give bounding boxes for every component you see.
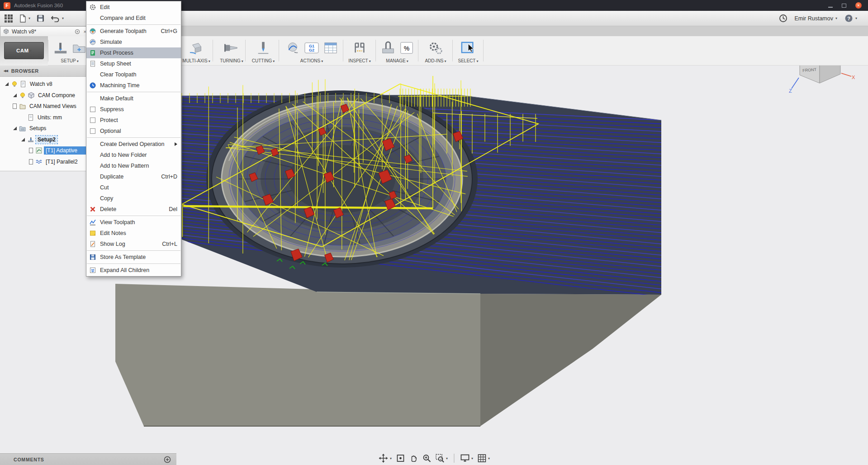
menu-item-suppress[interactable]: Suppress (86, 104, 181, 115)
inspect-caliper-icon[interactable] (352, 41, 367, 55)
menu-item-cut[interactable]: Cut (86, 182, 181, 193)
menu-item-clear-toolpath[interactable]: Clear Toolpath (86, 69, 181, 80)
look-at-button[interactable] (396, 454, 405, 463)
tree-item-setups[interactable]: Setups (0, 123, 90, 134)
menu-item-optional[interactable]: Optional (86, 126, 181, 136)
app-grid-button[interactable] (5, 14, 13, 23)
menu-item-expand-all-children[interactable]: Expand All Children (86, 265, 181, 276)
undo-button[interactable] (51, 15, 64, 22)
tree-item-units[interactable]: Units: mm (0, 112, 90, 123)
menu-item-setup-sheet[interactable]: Setup Sheet (86, 58, 181, 69)
zoom-window-button[interactable] (435, 454, 448, 463)
file-menu-button[interactable] (19, 14, 30, 23)
tree-item-watch-v8[interactable]: Watch v8 (0, 79, 90, 90)
menu-item-post-process[interactable]: Post Process (86, 47, 181, 58)
protect-checkbox[interactable] (89, 117, 98, 124)
help-button[interactable]: ? (844, 14, 857, 23)
menu-item-copy[interactable]: Copy (86, 193, 181, 204)
close-button[interactable]: × (855, 2, 862, 9)
add-ins-gears-icon[interactable] (428, 41, 443, 55)
zoom-button[interactable] (422, 454, 431, 463)
menu-item-machining-time[interactable]: Machining Time (86, 80, 181, 91)
menu-item-duplicate[interactable]: Duplicate Ctrl+D (86, 171, 181, 182)
menu-item-edit-notes[interactable]: Edit Notes (86, 228, 181, 239)
axis-z-label: Z (789, 88, 792, 94)
minimize-button[interactable] (828, 4, 833, 8)
expander-closed-icon[interactable] (28, 148, 34, 154)
expander-open-icon[interactable] (4, 81, 9, 87)
menu-item-generate-toolpath[interactable]: Generate Toolpath Ctrl+G (86, 26, 181, 37)
panel-label-setup[interactable]: SETUP (61, 58, 78, 65)
menu-item-add-to-new-pattern[interactable]: Add to New Pattern (86, 160, 181, 171)
tree-item-cam-components[interactable]: CAM Compone (0, 90, 90, 101)
menu-item-show-log[interactable]: Show Log Ctrl+L (86, 239, 181, 249)
notifications-clock-icon[interactable] (779, 14, 787, 23)
add-comment-icon[interactable] (164, 456, 171, 463)
document-tab[interactable]: Watch v8* × (0, 26, 90, 36)
menu-item-make-default[interactable]: Make Default (86, 93, 181, 104)
save-button[interactable] (37, 14, 44, 22)
ribbon-panel-inspect[interactable]: INSPECT (345, 38, 375, 65)
panel-label-add-ins[interactable]: ADD-INS (425, 58, 446, 65)
menu-item-store-as-template[interactable]: Store As Template (86, 252, 181, 263)
ribbon-panel-actions[interactable]: G1G2 ACTIONS (281, 38, 342, 65)
visibility-bulb-icon[interactable] (19, 92, 26, 99)
orbit-button[interactable] (378, 453, 392, 463)
user-account-button[interactable]: Emir Rustamov (795, 15, 837, 22)
ribbon-panel-multi-axis[interactable]: MULTI-AXIS (177, 38, 215, 65)
pan-button[interactable] (409, 454, 418, 463)
ribbon-panel-manage[interactable]: % MANAGE (377, 38, 417, 65)
turning-icon[interactable] (223, 41, 240, 55)
panel-label-cutting[interactable]: CUTTING (252, 58, 275, 65)
machining-time-icon (89, 82, 98, 89)
grid-layout-button[interactable] (477, 454, 490, 463)
expander-open-icon[interactable] (20, 136, 26, 142)
panel-label-turning[interactable]: TURNING (220, 58, 243, 65)
post-process-g1g2-icon[interactable]: G1G2 (304, 41, 320, 55)
comments-bar[interactable]: COMMENTS (0, 453, 176, 465)
menu-item-edit[interactable]: Edit (86, 2, 181, 13)
menu-item-add-to-new-folder[interactable]: Add to New Folder (86, 150, 181, 160)
optional-checkbox[interactable] (89, 127, 98, 135)
expander-open-icon[interactable] (12, 92, 18, 98)
new-folder-icon[interactable] (71, 41, 87, 55)
visibility-bulb-icon[interactable] (11, 80, 18, 88)
menu-item-create-derived-operation[interactable]: Create Derived Operation (86, 139, 181, 150)
menu-item-view-toolpath[interactable]: View Toolpath (86, 217, 181, 228)
menu-separator (87, 24, 180, 25)
tree-item-adaptive-operation[interactable]: [T1] Adaptive (0, 145, 90, 156)
setup-sheet-table-icon[interactable] (323, 41, 338, 55)
new-setup-icon[interactable] (53, 41, 68, 55)
ribbon-panel-add-ins[interactable]: ADD-INS (420, 38, 451, 65)
display-settings-button[interactable] (460, 454, 473, 463)
ribbon-panel-cutting[interactable]: CUTTING (248, 38, 279, 65)
feeds-speeds-percent-icon[interactable]: % (399, 41, 414, 55)
collapse-panel-icon[interactable]: ◀◀ (4, 69, 8, 73)
panel-label-manage[interactable]: MANAGE (386, 58, 408, 65)
ribbon-panel-turning[interactable]: TURNING (217, 38, 246, 65)
browser-title: BROWSER (11, 68, 39, 74)
panel-label-actions[interactable]: ACTIONS (300, 58, 323, 65)
menu-item-delete[interactable]: Delete Del (86, 204, 181, 215)
suppress-checkbox[interactable] (89, 106, 98, 113)
menu-item-simulate[interactable]: Simulate (86, 37, 181, 47)
tool-library-icon[interactable] (380, 41, 396, 55)
panel-label-multi-axis[interactable]: MULTI-AXIS (182, 58, 210, 65)
tree-item-cam-named-views[interactable]: CAM Named Views (0, 101, 90, 112)
simulate-ball-icon[interactable] (285, 41, 300, 55)
svg-text:G2: G2 (309, 48, 314, 52)
cutting-icon[interactable] (256, 41, 271, 55)
expander-closed-icon[interactable] (12, 103, 18, 109)
expander-open-icon[interactable] (12, 126, 18, 132)
workspace-switcher-cam[interactable]: CAM (4, 42, 44, 59)
menu-item-compare-and-edit[interactable]: Compare and Edit (86, 13, 181, 23)
panel-label-select[interactable]: SELECT (458, 58, 479, 65)
panel-label-inspect[interactable]: INSPECT (348, 58, 370, 65)
tree-item-setup2[interactable]: Setup2 (0, 134, 90, 146)
maximize-button[interactable] (842, 4, 846, 8)
ribbon-panel-setup[interactable]: SETUP (51, 38, 89, 65)
multi-axis-icon[interactable] (188, 41, 204, 55)
tree-item-parallel-operation[interactable]: [T1] Parallel2 (0, 156, 90, 168)
menu-item-protect[interactable]: Protect (86, 115, 181, 126)
expander-closed-icon[interactable] (28, 159, 34, 164)
